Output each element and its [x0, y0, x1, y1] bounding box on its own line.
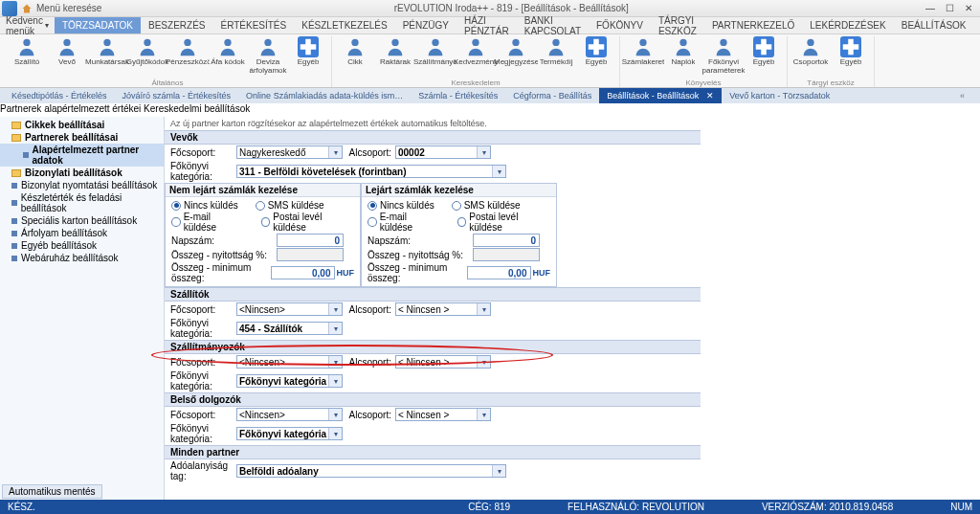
menu-főkönyv[interactable]: FŐKÖNYV: [589, 17, 651, 34]
belso-alcsoport[interactable]: < Nincsen >▾: [395, 408, 491, 421]
szallitok-focsoport-lbl: Főcsoport:: [165, 304, 236, 315]
ribbon-számlakeret[interactable]: Számlakeret: [624, 36, 662, 75]
ribbon-csoportok[interactable]: Csoportok: [791, 36, 830, 75]
belso-focsoport-lbl: Főcsoport:: [165, 410, 236, 420]
szallitok-alcsoport[interactable]: < Nincsen >▾: [395, 302, 491, 316]
tree-bizonylati-beállítások[interactable]: Bizonylati beállítások: [0, 167, 164, 179]
ribbon-deviza-árfolyamok[interactable]: Deviza árfolyamok: [249, 36, 287, 75]
belso-focsoport[interactable]: <Nincsen>▾: [236, 408, 343, 421]
ribbon-egyéb[interactable]: Egyéb: [577, 36, 615, 75]
vevok-focsoport[interactable]: Nagykereskedő▾: [236, 145, 343, 159]
svg-point-10: [391, 39, 398, 46]
menu-beállítások[interactable]: BEÁLLÍTÁSOK: [894, 17, 974, 34]
panel-right-min[interactable]: 0,00: [467, 266, 531, 279]
ribbon-megjegyzések[interactable]: Megjegyzések: [497, 36, 535, 75]
panel-right-napszam[interactable]: 0: [473, 234, 540, 247]
tree-egyéb-beállítások[interactable]: Egyéb beállítások: [0, 239, 164, 252]
szallitok-fokonyv[interactable]: 454 - Szállítók▾: [236, 322, 343, 335]
menu-export-import[interactable]: EXPORT-IMPORT: [974, 17, 980, 34]
doc-tab-0[interactable]: Késedtipótlás - Értékelés: [4, 88, 115, 103]
svg-point-11: [432, 39, 438, 46]
panel-right-nyit[interactable]: [473, 248, 540, 261]
radio-panel-right-2[interactable]: E-mail küldése: [368, 212, 440, 233]
doc-tab-4[interactable]: Cégforma - Beállítás: [505, 88, 599, 103]
tree-partnerek-beállításai[interactable]: Partnerek beállításai: [0, 131, 164, 144]
menu-értékesítés[interactable]: ÉRTÉKESÍTÉS: [212, 17, 294, 34]
szallit-alcsoport-lbl: Alcsoport:: [343, 357, 395, 368]
tree-készletérték-és-feladási-beállítások[interactable]: Készletérték és feladási beállítások: [0, 191, 164, 214]
section-vevok: Vevők: [165, 130, 701, 145]
ribbon-áfa-kódok[interactable]: Áfa kódok: [209, 36, 247, 75]
radio-panel-left-0[interactable]: Nincs küldés: [171, 200, 238, 211]
tree-cikkek-beállításai[interactable]: Cikkek beállításai: [0, 119, 164, 131]
tree-alapértelmezett-partner-adatok[interactable]: Alapértelmezett partner adatok: [0, 144, 164, 167]
menu-házi pénztár[interactable]: HÁZI PÉNZTÁR: [457, 17, 517, 34]
doc-tab-1[interactable]: Jóváíró számla - Értékesítés: [115, 88, 239, 103]
svg-rect-24: [843, 44, 859, 50]
page-band: Partnerek alapértelmezett értékei Keresk…: [0, 103, 980, 117]
radio-panel-right-0[interactable]: Nincs küldés: [368, 200, 434, 211]
svg-point-22: [807, 39, 813, 46]
menu-partnerkezelő[interactable]: PARTNERKEZELŐ: [704, 17, 802, 34]
tree-webáruház-beállítások[interactable]: Webáruház beállítások: [0, 252, 164, 264]
szallit-fokonyv-lbl: Főkönyvi kategória:: [165, 370, 236, 391]
ribbon-egyéb[interactable]: Egyéb: [289, 36, 327, 75]
vevok-fokonyv[interactable]: 311 - Belföldi követelések (forintban)▾: [236, 165, 506, 178]
menu-beszerzés[interactable]: BESZERZÉS: [141, 17, 212, 34]
ribbon-munkatársak[interactable]: Munkatársak: [88, 36, 126, 75]
ribbon-gyűjtőkódok[interactable]: Gyűjtőkódok: [128, 36, 167, 75]
ribbon-szállítmányozók[interactable]: Szállítmányozók: [416, 36, 455, 75]
ribbon-termékdíj[interactable]: Termékdíj: [537, 36, 575, 75]
ribbon-pénzeszközök[interactable]: Pénzeszközök: [168, 36, 207, 75]
menu-tárgyi eszköz[interactable]: TÁRGYI ESZKÖZ: [651, 17, 704, 34]
tree-árfolyam-beállítások[interactable]: Árfolyam beállítások: [0, 227, 164, 239]
status-user: FELHASZNÁLÓ: REVOLUTION: [568, 502, 704, 512]
ribbon-cikk[interactable]: Cikk: [336, 36, 374, 75]
lbl-fokonyv: Főkönyvi kategória:: [165, 161, 236, 182]
menu-lekérdezések[interactable]: LEKÉRDEZÉSEK: [802, 17, 893, 34]
szallitok-focsoport[interactable]: <Nincsen>▾: [236, 302, 343, 316]
ribbon-főkönyvi-paraméterek[interactable]: Főkönyvi paraméterek: [704, 36, 743, 75]
tree-bizonylat-nyomtatási-beállítások[interactable]: Bizonylat nyomtatási beállítások: [0, 179, 164, 191]
panel-left-napszam[interactable]: 0: [277, 234, 344, 247]
vevok-alcsoport[interactable]: 00002▾: [395, 145, 491, 159]
radio-panel-left-1[interactable]: SMS küldése: [256, 200, 324, 211]
menu-pénzügy[interactable]: PÉNZÜGY: [395, 17, 457, 34]
autosave-button[interactable]: Automatikus mentés: [2, 484, 102, 499]
radio-panel-left-3[interactable]: Postai levél küldése: [261, 212, 354, 233]
radio-panel-left-2[interactable]: E-mail küldése: [171, 212, 244, 233]
belso-alcsoport-lbl: Alcsoport:: [343, 410, 395, 420]
home-icon[interactable]: [21, 3, 33, 14]
szallit-alcsoport[interactable]: < Nincsen >▾: [395, 355, 491, 369]
radio-panel-right-1[interactable]: SMS küldése: [452, 200, 521, 211]
ribbon-naplók[interactable]: Naplók: [664, 36, 702, 75]
search-label[interactable]: Menü keresése: [36, 3, 101, 13]
szallit-focsoport[interactable]: <Nincsen>▾: [236, 355, 343, 369]
ribbon-egyéb[interactable]: Egyéb: [832, 36, 870, 75]
ribbon-vevő[interactable]: Vevő: [48, 36, 86, 75]
menu-banki kapcsolat[interactable]: BANKI KAPCSOLAT: [517, 17, 589, 34]
doc-tab-6[interactable]: Vevő karton - Törzsadatok: [722, 88, 837, 103]
radio-panel-right-3[interactable]: Postai levél küldése: [457, 212, 550, 233]
belso-fokonyv[interactable]: Főkönyvi kategória -1▾: [236, 427, 343, 440]
doc-tab-5[interactable]: Beállítások - Beállítások ✕: [599, 88, 722, 103]
adoalany-field[interactable]: Belföldi adóalany▾: [236, 464, 506, 478]
ribbon-egyéb[interactable]: Egyéb: [745, 36, 783, 75]
favorites-menu[interactable]: Kedvenc menük ▾: [0, 15, 55, 36]
ribbon-raktárak[interactable]: Raktárak: [376, 36, 414, 75]
ribbon-szállító[interactable]: Szállító: [8, 36, 46, 75]
menu-készletkezelés[interactable]: KÉSZLETKEZELÉS: [294, 17, 394, 34]
doc-tab-2[interactable]: Online Számlakiadás adata-küldés ism…: [238, 88, 411, 103]
ribbon-kedvezmények[interactable]: Kedvezmények: [457, 36, 495, 75]
panel-left-nyit[interactable]: [277, 248, 344, 261]
panel-lejart-title: Lejárt számlák kezelése: [362, 184, 556, 197]
panel-left-min[interactable]: 0,00: [271, 266, 335, 279]
menu-törzsadatok[interactable]: TÖRZSADATOK: [55, 17, 141, 34]
svg-rect-8: [301, 44, 317, 50]
close-button[interactable]: ✕: [959, 2, 978, 15]
maximize-button[interactable]: ☐: [940, 2, 959, 15]
doc-tab-3[interactable]: Számla - Értékesítés: [411, 88, 505, 103]
minimize-button[interactable]: —: [921, 2, 940, 15]
szallit-fokonyv[interactable]: Főkönyvi kategória -1▾: [236, 374, 343, 388]
tree-speciális-karton-beállítások[interactable]: Speciális karton beállítások: [0, 214, 164, 227]
